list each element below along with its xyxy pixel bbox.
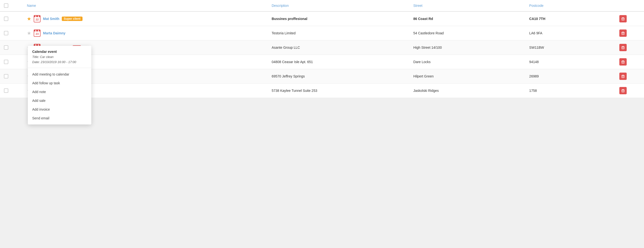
popup-actions: Add meeting to calendar Add follow up ta… <box>28 68 91 124</box>
popup-event-info: Calendar event Title: Car clean Date: 23… <box>28 46 91 68</box>
row-checkbox-cell <box>0 84 23 98</box>
contact-name-link[interactable]: Marta Daimny <box>43 31 66 35</box>
col-header-checkbox <box>0 0 23 11</box>
row-description: Asante Group LLC <box>272 46 300 49</box>
row-name-cell: ★ 23 Marta Daimny <box>23 26 268 40</box>
delete-button[interactable] <box>619 58 627 66</box>
row-description-cell: 69570 Jeffrey Springs <box>268 69 410 84</box>
row-street: 86 Coast Rd <box>413 17 433 21</box>
row-description-cell: 04808 Ceasar Isle Apt. 651 <box>268 55 410 69</box>
col-header-postcode: Postcode <box>525 0 616 11</box>
row-street-cell: High Street 14/100 <box>410 40 525 55</box>
row-checkbox-cell <box>0 69 23 84</box>
delete-button[interactable] <box>619 73 627 80</box>
row-checkbox-cell <box>0 40 23 55</box>
row-street-cell: Jaskolski Ridges <box>410 84 525 98</box>
row-description-cell: 5738 Kaylee Tunnel Suite 253 <box>268 84 410 98</box>
popup-send-email[interactable]: Send email <box>28 114 91 123</box>
row-postcode-cell: 94148 <box>525 55 616 69</box>
row-action-cell <box>616 40 644 55</box>
row-postcode-cell: CA10 7TH <box>525 11 616 26</box>
select-all-checkbox[interactable] <box>4 3 8 8</box>
footer-background <box>0 98 644 147</box>
popup-add-meeting[interactable]: Add meeting to calendar <box>28 70 91 79</box>
popup-date-label: Date: 23/10/2019 16:00 - 17:00 <box>32 60 76 64</box>
row-action-cell <box>616 55 644 69</box>
row-postcode-cell: 26989 <box>525 69 616 84</box>
row-action-cell <box>616 69 644 84</box>
table-container: Name Description Street Postcode ★ <box>0 0 644 98</box>
star-icon[interactable]: ★ <box>27 30 31 36</box>
svg-rect-5 <box>622 90 624 92</box>
row-checkbox[interactable] <box>4 74 8 78</box>
row-postcode-cell: SW11BW <box>525 40 616 55</box>
row-postcode-cell: LA6 9FA <box>525 26 616 40</box>
svg-rect-2 <box>622 47 624 49</box>
row-checkbox[interactable] <box>4 60 8 64</box>
delete-button[interactable] <box>619 87 627 94</box>
contact-badge: Super client <box>62 16 82 21</box>
row-description: Bussines proffesional <box>272 17 307 21</box>
calendar-icon[interactable]: 22 <box>34 15 40 22</box>
row-description: 04808 Ceasar Isle Apt. 651 <box>272 60 313 64</box>
row-description: 5738 Kaylee Tunnel Suite 253 <box>272 89 317 93</box>
delete-button[interactable] <box>619 29 627 37</box>
trash-icon <box>621 75 625 78</box>
trash-icon <box>621 46 625 49</box>
table-row: ★5738 Kaylee Tunnel Suite 253Jaskolski R… <box>0 84 644 98</box>
row-postcode: CA10 7TH <box>529 17 545 21</box>
row-street: Hilpert Green <box>413 74 434 78</box>
col-header-description: Description <box>268 0 410 11</box>
delete-button[interactable] <box>619 44 627 51</box>
row-postcode: LA6 9FA <box>529 31 542 35</box>
row-postcode: SW11BW <box>529 46 544 49</box>
row-description-cell: Testoria Limited <box>268 26 410 40</box>
row-street-cell: Hilpert Green <box>410 69 525 84</box>
row-name-cell: ★ 22 Mat SmithSuper client <box>23 11 268 26</box>
row-street-cell: Dare Locks <box>410 55 525 69</box>
contacts-table-wrapper: Name Description Street Postcode ★ <box>0 0 644 147</box>
contact-name-link[interactable]: Mat Smith <box>43 17 59 21</box>
row-checkbox[interactable] <box>4 16 8 21</box>
table-row: ★ 23 Marta DaimnyTestoria Limited54 Cast… <box>0 26 644 40</box>
svg-rect-0 <box>622 18 624 20</box>
row-postcode-cell: 1758 <box>525 84 616 98</box>
delete-button[interactable] <box>619 15 627 22</box>
calendar-icon[interactable]: 23 <box>34 29 40 37</box>
popup-title-label: Title: Car clean <box>32 55 54 59</box>
col-header-street: Street <box>410 0 525 11</box>
row-street: 54 Castledore Road <box>413 31 444 35</box>
row-checkbox[interactable] <box>4 45 8 50</box>
trash-icon <box>621 31 625 35</box>
row-description: Testoria Limited <box>272 31 296 35</box>
svg-rect-1 <box>622 32 624 35</box>
popup-add-note[interactable]: Add note <box>28 88 91 96</box>
svg-rect-4 <box>622 76 624 78</box>
table-row: ★ 23 Martin KowalskyVIPAsante Group LLCH… <box>0 40 644 55</box>
row-street-cell: 86 Coast Rd <box>410 11 525 26</box>
row-postcode: 94148 <box>529 60 539 64</box>
row-checkbox-cell <box>0 26 23 40</box>
row-checkbox-cell <box>0 11 23 26</box>
table-header-row: Name Description Street Postcode <box>0 0 644 11</box>
popup-add-followup[interactable]: Add follow up task <box>28 79 91 88</box>
row-street: Jaskolski Ridges <box>413 89 439 93</box>
row-description: 69570 Jeffrey Springs <box>272 74 305 78</box>
trash-icon <box>621 17 625 20</box>
table-row: ★04808 Ceasar Isle Apt. 651Dare Locks941… <box>0 55 644 69</box>
popup-event-title: Calendar event <box>32 50 87 54</box>
row-postcode: 1758 <box>529 89 537 93</box>
row-description-cell: Asante Group LLC <box>268 40 410 55</box>
popup-add-invoice[interactable]: Add invoice <box>28 105 91 114</box>
row-checkbox[interactable] <box>4 31 8 35</box>
svg-rect-3 <box>622 61 624 63</box>
popup-add-sale[interactable]: Add sale <box>28 96 91 105</box>
trash-icon <box>621 89 625 92</box>
row-street: Dare Locks <box>413 60 431 64</box>
col-header-name: Name <box>23 0 268 11</box>
col-header-action <box>616 0 644 11</box>
row-street-cell: 54 Castledore Road <box>410 26 525 40</box>
star-icon[interactable]: ★ <box>27 16 31 22</box>
row-checkbox[interactable] <box>4 88 8 93</box>
popup-event-car-clean: Title: Car clean Date: 23/10/2019 16:00 … <box>32 55 87 65</box>
